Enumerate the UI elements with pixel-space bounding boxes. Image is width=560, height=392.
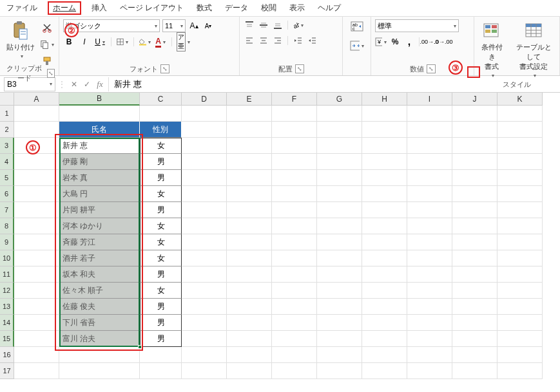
cell-F16[interactable] [272, 347, 317, 363]
cell-J6[interactable] [452, 186, 497, 202]
cell-E5[interactable] [227, 170, 272, 186]
cell-C16[interactable] [140, 347, 182, 363]
cell-G4[interactable] [317, 154, 362, 170]
cell-D12[interactable] [182, 283, 227, 299]
cell-E3[interactable] [227, 138, 272, 154]
cell-H8[interactable] [362, 218, 407, 234]
cell-D1[interactable] [182, 106, 227, 122]
cell-B7[interactable]: 片岡 耕平 [59, 202, 140, 218]
phonetic-button[interactable]: ア亜▾ [177, 36, 189, 48]
row-header-3[interactable]: 3 [0, 138, 14, 154]
cell-F6[interactable] [272, 186, 317, 202]
cell-E4[interactable] [227, 154, 272, 170]
cell-J13[interactable] [452, 299, 497, 315]
cell-F1[interactable] [272, 106, 317, 122]
wrap-text-button[interactable]: abc [350, 19, 364, 33]
cell-C12[interactable]: 女 [140, 283, 182, 299]
cell-G6[interactable] [317, 186, 362, 202]
cell-K4[interactable] [497, 154, 543, 170]
cell-D14[interactable] [182, 315, 227, 331]
cell-B13[interactable]: 佐藤 俊夫 [59, 299, 140, 315]
cell-A14[interactable] [14, 315, 59, 331]
cell-E12[interactable] [227, 283, 272, 299]
cell-E11[interactable] [227, 266, 272, 283]
cell-J2[interactable] [452, 122, 497, 138]
cell-B8[interactable]: 河本 ゆかり [59, 218, 140, 234]
align-bottom-button[interactable] [272, 19, 284, 31]
cell-G3[interactable] [317, 138, 362, 154]
align-left-button[interactable] [244, 35, 255, 46]
cell-D13[interactable] [182, 299, 227, 315]
col-header-K[interactable]: K [497, 93, 543, 106]
cell-I5[interactable] [407, 170, 452, 186]
cell-F8[interactable] [272, 218, 317, 234]
menu-data[interactable]: データ [222, 1, 251, 15]
percent-format-button[interactable]: % [389, 36, 401, 48]
cell-I16[interactable] [407, 347, 452, 363]
cell-C15[interactable]: 男 [140, 331, 182, 347]
paste-button[interactable]: 貼り付け ▾ [4, 19, 37, 61]
cell-I11[interactable] [407, 266, 452, 283]
cell-H2[interactable] [362, 122, 407, 138]
cell-D17[interactable] [182, 363, 227, 379]
cell-B9[interactable]: 斉藤 芳江 [59, 234, 140, 250]
cell-J17[interactable] [452, 363, 497, 379]
cell-C5[interactable]: 男 [140, 170, 182, 186]
cell-C4[interactable]: 男 [140, 154, 182, 170]
cell-F7[interactable] [272, 202, 317, 218]
cell-G14[interactable] [317, 315, 362, 331]
cell-J4[interactable] [452, 154, 497, 170]
increase-indent-button[interactable] [306, 35, 318, 46]
cell-A16[interactable] [14, 347, 59, 363]
cell-E7[interactable] [227, 202, 272, 218]
cell-F3[interactable] [272, 138, 317, 154]
cell-B3[interactable]: 新井 恵 [59, 138, 140, 154]
cell-D11[interactable] [182, 266, 227, 283]
cell-I17[interactable] [407, 363, 452, 379]
cell-C9[interactable]: 女 [140, 234, 182, 250]
menu-view[interactable]: 表示 [287, 1, 307, 15]
cell-I2[interactable] [407, 122, 452, 138]
cell-J7[interactable] [452, 202, 497, 218]
col-header-J[interactable]: J [452, 93, 497, 106]
accounting-format-button[interactable]: ¥▾ [375, 36, 387, 48]
cell-K16[interactable] [497, 347, 543, 363]
decrease-decimal-button[interactable]: .0→.00 [438, 36, 449, 48]
row-header-14[interactable]: 14 [0, 315, 14, 331]
cell-A17[interactable] [14, 363, 59, 379]
cell-E10[interactable] [227, 250, 272, 266]
cell-K14[interactable] [497, 315, 543, 331]
row-header-7[interactable]: 7 [0, 202, 14, 218]
cell-E16[interactable] [227, 347, 272, 363]
cell-H6[interactable] [362, 186, 407, 202]
cell-A13[interactable] [14, 299, 59, 315]
cell-F13[interactable] [272, 299, 317, 315]
cell-K5[interactable] [497, 170, 543, 186]
align-middle-button[interactable] [258, 19, 269, 31]
menu-file[interactable]: ファイル [4, 1, 40, 15]
cell-F12[interactable] [272, 283, 317, 299]
cell-J10[interactable] [452, 250, 497, 266]
cell-C14[interactable]: 男 [140, 315, 182, 331]
menu-insert[interactable]: 挿入 [89, 1, 110, 15]
cell-H4[interactable] [362, 154, 407, 170]
alignment-dialog-launcher[interactable]: ⤡ [295, 64, 304, 73]
cell-B11[interactable]: 坂本 和夫 [59, 266, 140, 283]
cell-C11[interactable]: 男 [140, 266, 182, 283]
cell-I13[interactable] [407, 299, 452, 315]
cell-B5[interactable]: 岩本 真 [59, 170, 140, 186]
comma-format-button[interactable]: , [403, 36, 415, 48]
selection-handle[interactable] [138, 345, 142, 349]
row-header-11[interactable]: 11 [0, 266, 14, 283]
col-header-E[interactable]: E [227, 93, 272, 106]
cell-B6[interactable]: 大島 円 [59, 186, 140, 202]
cell-G8[interactable] [317, 218, 362, 234]
enter-formula-button[interactable]: ✓ [81, 79, 93, 90]
font-dialog-launcher[interactable]: ⤡ [160, 64, 169, 73]
cell-G15[interactable] [317, 331, 362, 347]
cell-E14[interactable] [227, 315, 272, 331]
cell-A10[interactable] [14, 250, 59, 266]
cell-B16[interactable] [59, 347, 140, 363]
cell-C10[interactable]: 女 [140, 250, 182, 266]
cell-J8[interactable] [452, 218, 497, 234]
